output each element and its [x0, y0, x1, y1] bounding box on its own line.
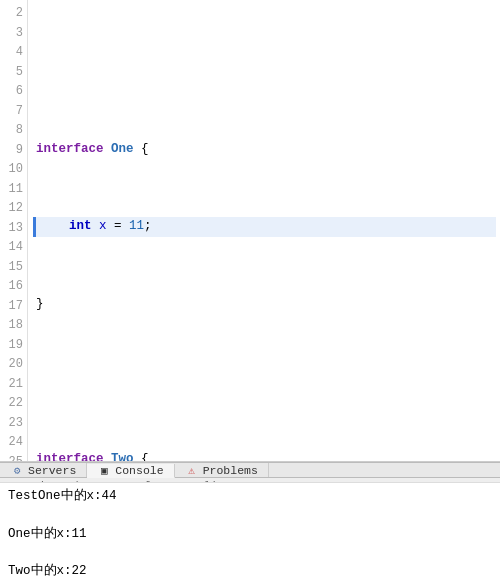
line-numbers: 2 3 4 5 6 7 8 9 10 11 12 13 14 15 16 17 …	[0, 0, 28, 461]
code-line-5: }	[36, 295, 496, 315]
tab-problems-label: Problems	[203, 464, 258, 477]
console-output: TestOne中的x:44 One中的x:11 Two中的x:22 Three中…	[0, 483, 500, 582]
code-content[interactable]: interface One { int x = 11; } interface …	[28, 0, 500, 461]
code-line-6	[36, 373, 496, 393]
output-line-3: Two中的x:22	[8, 562, 492, 581]
tab-console-label: Console	[115, 464, 163, 477]
tab-servers-label: Servers	[28, 464, 76, 477]
panel-tabs: ⚙ Servers ▣ Console ⚠ Problems	[0, 463, 500, 478]
code-line-4: int x = 11;	[33, 217, 496, 237]
servers-icon: ⚙	[10, 463, 24, 477]
console-icon: ▣	[97, 463, 111, 477]
code-line-3: interface One {	[36, 140, 496, 160]
bottom-panel: ⚙ Servers ▣ Console ⚠ Problems <terminat…	[0, 462, 500, 582]
problems-icon: ⚠	[185, 463, 199, 477]
code-editor[interactable]: 2 3 4 5 6 7 8 9 10 11 12 13 14 15 16 17 …	[0, 0, 500, 462]
tab-problems[interactable]: ⚠ Problems	[175, 463, 269, 477]
tab-servers[interactable]: ⚙ Servers	[0, 463, 87, 477]
code-line-2	[36, 62, 496, 82]
tab-console[interactable]: ▣ Console	[87, 464, 174, 478]
output-line-2: One中的x:11	[8, 525, 492, 544]
code-line-7: interface Two {	[36, 450, 496, 461]
output-line-1: TestOne中的x:44	[8, 487, 492, 506]
